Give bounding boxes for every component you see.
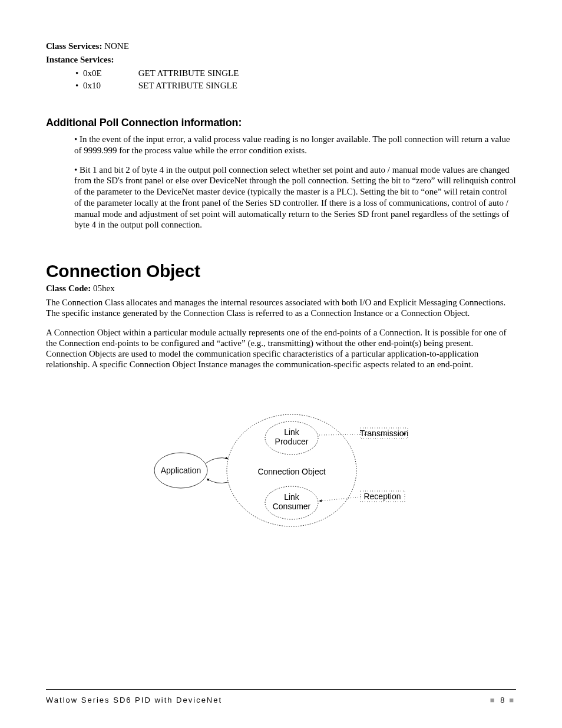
service-code: 0x10 <box>83 81 136 91</box>
diagram-link-consumer-1: Link <box>284 492 300 502</box>
footer-left: Watlow Series SD6 PID with DeviceNet <box>46 696 222 704</box>
class-services-value: NONE <box>104 41 129 51</box>
class-code-label: Class Code: <box>46 284 91 293</box>
instance-services-line: Instance Services: <box>46 55 516 65</box>
connection-diagram: Application Connection Object Link Produ… <box>46 406 516 535</box>
class-code-line: Class Code: 05hex <box>46 284 516 294</box>
list-item: • 0x0E GET ATTRIBUTE SINGLE <box>75 68 516 78</box>
instance-services-list: • 0x0E GET ATTRIBUTE SINGLE • 0x10 SET A… <box>46 68 516 91</box>
service-name: SET ATTRIBUTE SINGLE <box>138 81 237 90</box>
poll-para-1: • In the event of the input error, a val… <box>74 134 516 156</box>
list-item: • 0x10 SET ATTRIBUTE SINGLE <box>75 81 516 91</box>
diagram-link-producer-2: Producer <box>275 437 309 446</box>
square-icon: ■ <box>490 696 497 704</box>
diagram-application-label: Application <box>161 466 201 475</box>
page-number: 8 <box>500 696 505 704</box>
service-name: GET ATTRIBUTE SINGLE <box>138 68 239 78</box>
service-code: 0x0E <box>83 68 136 78</box>
diagram-link-producer-1: Link <box>284 427 300 437</box>
conn-para-2: A Connection Object within a particular … <box>46 327 516 370</box>
class-code-value: 05hex <box>93 284 115 293</box>
poll-para-2: • Bit 1 and bit 2 of byte 4 in the outpu… <box>74 164 516 231</box>
diagram-transmission-label: Transmission <box>360 429 409 438</box>
page-footer: Watlow Series SD6 PID with DeviceNet ■ 8… <box>46 689 516 704</box>
footer-page: ■ 8 ■ <box>490 696 516 704</box>
connection-object-heading: Connection Object <box>46 261 516 281</box>
class-services-line: Class Services: NONE <box>46 41 516 51</box>
bullet-icon: • <box>75 81 78 90</box>
square-icon: ■ <box>509 696 516 704</box>
diagram-link-consumer-2: Consumer <box>273 502 311 511</box>
diagram-connection-object-label: Connection Object <box>257 467 325 476</box>
class-services-label: Class Services: <box>46 41 102 51</box>
poll-info-heading: Additional Poll Connection information: <box>46 117 516 129</box>
diagram-reception-label: Reception <box>363 492 401 501</box>
conn-para-1: The Connection Class allocates and manag… <box>46 297 516 319</box>
instance-services-label: Instance Services: <box>46 55 114 64</box>
bullet-icon: • <box>75 68 78 78</box>
